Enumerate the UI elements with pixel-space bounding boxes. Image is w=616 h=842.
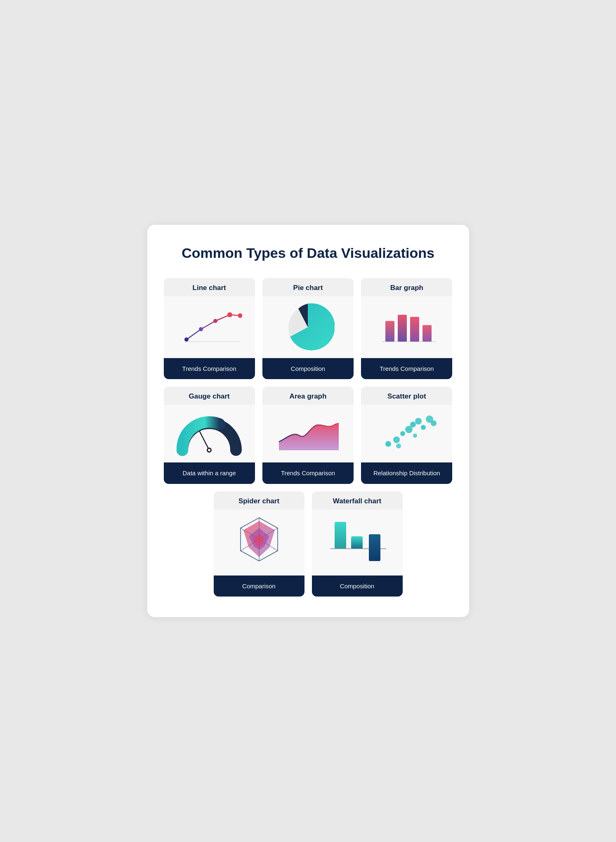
spider-chart-card: Spider chart [214,491,304,597]
pie-chart-card: Pie chart Composit [262,278,354,380]
area-graph-svg [275,409,341,458]
pie-chart-title: Pie chart [262,278,354,296]
svg-point-18 [400,431,405,436]
svg-point-22 [421,425,426,430]
spider-chart-title: Spider chart [214,491,304,509]
bar-graph-visual [361,296,452,358]
svg-rect-36 [351,536,363,549]
svg-point-5 [238,313,243,318]
row1-grid: Line chart [164,278,453,380]
svg-point-3 [213,319,217,323]
svg-point-16 [385,441,391,447]
area-graph-visual [262,405,354,462]
svg-point-1 [184,337,189,342]
pie-chart-visual [262,296,354,358]
area-graph-label: Trends Comparison [262,462,354,484]
svg-point-26 [413,434,417,438]
spider-chart-visual [214,509,304,575]
area-graph-title: Area graph [262,387,354,405]
gauge-chart-label: Data within a range [164,462,255,484]
gauge-chart-svg [174,411,244,456]
waterfall-chart-card: Waterfall chart [312,491,403,597]
svg-point-24 [431,420,437,426]
bar-graph-title: Bar graph [361,278,452,296]
svg-point-21 [415,418,422,425]
pie-chart-svg [281,300,335,354]
pie-chart-label: Composition [262,358,354,380]
scatter-plot-card: Scatter plot Relationship Dist [361,387,452,484]
svg-line-12 [200,432,209,450]
line-chart-card: Line chart [164,278,255,380]
svg-point-25 [396,443,401,448]
svg-rect-38 [369,534,380,561]
scatter-plot-svg [374,409,440,458]
bar-graph-svg [374,302,440,352]
waterfall-chart-title: Waterfall chart [312,491,403,509]
bar-graph-card: Bar graph [361,278,452,380]
page-container: Common Types of Data Visualizations Line… [147,225,469,617]
spider-chart-label: Comparison [214,575,304,597]
waterfall-chart-visual [312,509,403,575]
gauge-chart-card: Gauge chart [164,387,255,484]
svg-point-4 [227,312,232,317]
line-chart-label: Trends Comparison [164,358,255,380]
scatter-plot-visual [361,405,452,462]
page-title: Common Types of Data Visualizations [164,245,453,262]
svg-rect-9 [410,317,419,342]
line-chart-visual [164,296,255,358]
spider-chart-svg [230,514,288,571]
svg-point-2 [199,327,203,331]
svg-rect-35 [335,522,346,549]
bar-graph-label: Trends Comparison [361,358,452,380]
svg-point-17 [393,436,400,443]
line-chart-svg [176,302,242,352]
svg-rect-8 [398,315,407,342]
gauge-chart-title: Gauge chart [164,387,255,405]
line-chart-title: Line chart [164,278,255,296]
svg-point-20 [410,422,416,427]
row2-grid: Gauge chart [164,387,453,484]
svg-point-14 [208,449,210,451]
svg-rect-10 [422,325,432,342]
waterfall-chart-svg [324,514,390,571]
row3-grid: Spider chart [164,491,453,597]
scatter-plot-title: Scatter plot [361,387,452,405]
gauge-chart-visual [164,405,255,462]
area-graph-card: Area graph [262,387,354,484]
scatter-plot-label: Relationship Distribution [361,462,452,484]
waterfall-chart-label: Composition [312,575,403,597]
svg-rect-7 [385,321,394,342]
